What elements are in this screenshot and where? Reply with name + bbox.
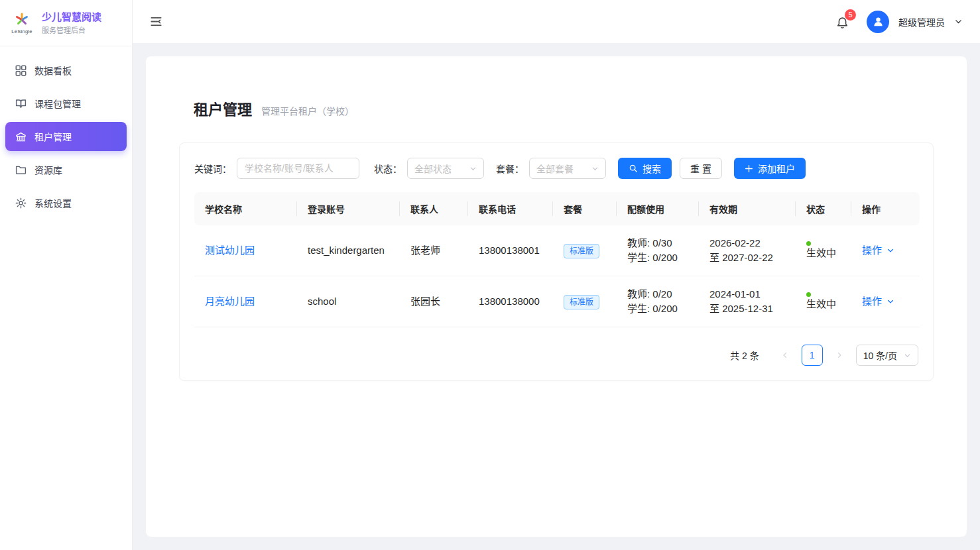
plan-badge: 标准版 [564, 244, 599, 258]
user-avatar[interactable] [867, 11, 889, 33]
topbar: 5 超级管理员 [133, 0, 980, 43]
brand-logo: LeSingle [8, 12, 36, 34]
col-header-status: 状态 [796, 192, 851, 225]
topbar-right: 5 超级管理员 [836, 11, 963, 33]
plan-select[interactable]: 全部套餐 [529, 158, 606, 179]
gear-icon [15, 197, 27, 209]
brand-text: 少儿智慧阅读 服务管理后台 [42, 11, 101, 36]
status-select-value: 全部状态 [414, 162, 452, 175]
pagination-total: 共 2 条 [730, 349, 759, 362]
status-badge: 生效中 [806, 241, 841, 260]
sidebar: LeSingle 少儿智慧阅读 服务管理后台 数据看板 [0, 0, 133, 550]
add-tenant-button-label: 添加租户 [758, 162, 795, 175]
quota-student: 学生: 0/200 [627, 302, 688, 316]
current-user-name[interactable]: 超级管理员 [898, 15, 945, 28]
validity-cell: 2024-01-01 至 2025-12-31 [699, 276, 796, 327]
pagination-prev-icon[interactable] [774, 345, 796, 366]
pagination-next-icon[interactable] [829, 345, 850, 366]
status-cell: 生效中 [796, 225, 851, 276]
user-menu-chevron-down-icon[interactable] [954, 17, 963, 26]
content-area: 租户管理 管理平台租户（学校） 关键词： 状态： 全部状态 [133, 43, 980, 550]
tenant-table: 学校名称 登录账号 联系人 联系电话 套餐 配额使用 有效期 状态 操作 [194, 192, 920, 327]
keyword-input[interactable] [237, 158, 359, 179]
page-size-select[interactable]: 10 条/页 [856, 345, 918, 366]
quota-teacher: 教师: 0/30 [627, 236, 688, 250]
pagination-page-1[interactable]: 1 [802, 345, 823, 366]
reset-button-label: 重 置 [690, 162, 711, 175]
school-name-link[interactable]: 测试幼儿园 [205, 245, 255, 256]
brand: LeSingle 少儿智慧阅读 服务管理后台 [0, 0, 132, 46]
app-root: LeSingle 少儿智慧阅读 服务管理后台 数据看板 [0, 0, 980, 550]
plan-label: 套餐： [496, 162, 524, 175]
sidebar-item-label: 租户管理 [34, 130, 72, 143]
col-header-contact: 联系人 [400, 192, 468, 225]
actions-label: 操作 [862, 243, 882, 258]
account-cell: test_kindergarten [297, 225, 400, 276]
contact-cell: 张园长 [400, 276, 468, 327]
col-header-phone: 联系电话 [468, 192, 553, 225]
search-button[interactable]: 搜索 [618, 158, 672, 179]
status-dot-icon [806, 241, 811, 246]
add-tenant-button[interactable]: 添加租户 [734, 158, 806, 179]
plus-icon [745, 164, 753, 173]
school-name-link[interactable]: 月亮幼儿园 [205, 296, 255, 307]
validity-cell: 2026-02-22 至 2027-02-22 [699, 225, 796, 276]
folder-icon [15, 164, 27, 176]
lesingle-logo-icon [13, 12, 31, 28]
main-area: 5 超级管理员 租户管理 [133, 0, 980, 550]
building-icon [15, 131, 27, 142]
search-button-label: 搜索 [643, 162, 661, 175]
sidebar-collapse-icon[interactable] [150, 15, 163, 28]
status-text: 生效中 [806, 297, 836, 311]
sidebar-item-dashboard[interactable]: 数据看板 [5, 56, 127, 85]
sidebar-item-system-settings[interactable]: 系统设置 [5, 188, 127, 217]
chevron-down-icon [887, 298, 894, 305]
status-label: 状态： [374, 162, 402, 175]
quota-cell: 教师: 0/20 学生: 0/200 [617, 276, 699, 327]
dashboard-icon [15, 64, 27, 76]
sidebar-item-course-packages[interactable]: 课程包管理 [5, 89, 127, 118]
page-title: 租户管理 [194, 97, 252, 119]
col-header-plan: 套餐 [553, 192, 617, 225]
col-header-account: 登录账号 [297, 192, 400, 225]
valid-from: 2026-02-22 [709, 236, 785, 250]
keyword-label: 关键词： [194, 162, 231, 175]
quota-cell: 教师: 0/30 学生: 0/200 [617, 225, 699, 276]
actions-label: 操作 [862, 294, 882, 309]
status-text: 生效中 [806, 246, 836, 260]
status-badge: 生效中 [806, 292, 841, 311]
sidebar-item-label: 课程包管理 [34, 97, 81, 110]
chevron-down-icon [904, 352, 911, 359]
phone-cell: 13800138000 [468, 276, 553, 327]
sidebar-item-resource-library[interactable]: 资源库 [5, 155, 127, 184]
status-dot-icon [806, 292, 811, 297]
table-row: 月亮幼儿园 school 张园长 13800138000 标准版 教师: 0/2… [194, 276, 920, 327]
chevron-down-icon [591, 165, 599, 172]
brand-logo-text: LeSingle [11, 28, 32, 34]
search-icon [629, 164, 638, 173]
reset-button[interactable]: 重 置 [680, 158, 722, 179]
notification-bell-icon[interactable]: 5 [836, 15, 851, 29]
book-icon [15, 97, 27, 109]
sidebar-menu: 数据看板 课程包管理 租户管理 [0, 46, 132, 227]
quota-student: 学生: 0/200 [627, 250, 688, 265]
phone-cell: 13800138001 [468, 225, 553, 276]
sidebar-item-label: 资源库 [34, 163, 62, 176]
table-header-row: 学校名称 登录账号 联系人 联系电话 套餐 配额使用 有效期 状态 操作 [194, 192, 920, 225]
valid-to: 至 2025-12-31 [709, 302, 785, 316]
filter-bar: 关键词： 状态： 全部状态 套餐： 全部套餐 [194, 158, 918, 179]
pagination: 共 2 条 1 10 条/页 [194, 345, 918, 366]
sidebar-item-label: 数据看板 [34, 64, 72, 77]
col-header-school: 学校名称 [194, 192, 297, 225]
table-row: 测试幼儿园 test_kindergarten 张老师 13800138001 … [194, 225, 920, 276]
sidebar-item-tenant-management[interactable]: 租户管理 [5, 122, 127, 151]
brand-title: 少儿智慧阅读 [42, 11, 101, 24]
chevron-down-icon [887, 247, 894, 254]
col-header-quota: 配额使用 [617, 192, 699, 225]
valid-from: 2024-01-01 [709, 287, 785, 302]
status-select[interactable]: 全部状态 [407, 158, 484, 179]
row-actions-dropdown[interactable]: 操作 [862, 243, 894, 258]
col-header-validity: 有效期 [699, 192, 796, 225]
row-actions-dropdown[interactable]: 操作 [862, 294, 894, 309]
page-card: 租户管理 管理平台租户（学校） 关键词： 状态： 全部状态 [146, 56, 967, 537]
